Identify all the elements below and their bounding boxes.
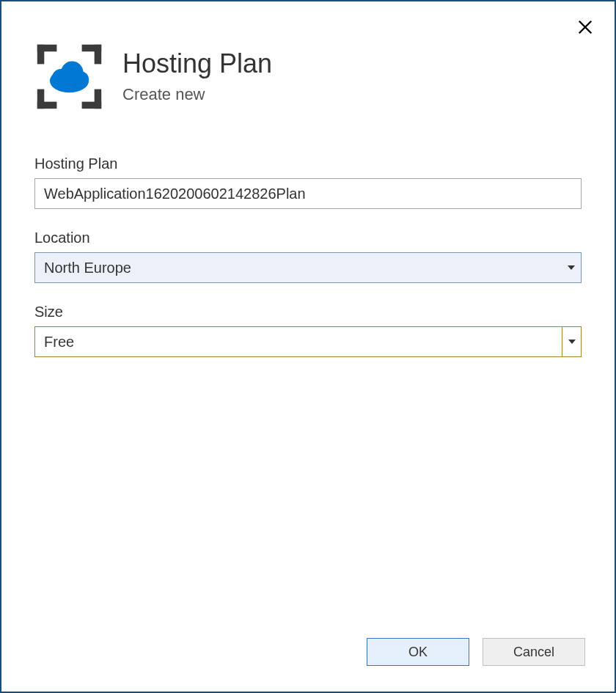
- location-value: North Europe: [35, 253, 562, 282]
- size-select[interactable]: Free: [34, 326, 582, 357]
- hosting-plan-input[interactable]: [34, 178, 582, 209]
- dialog-title: Hosting Plan: [122, 49, 272, 78]
- location-group: Location North Europe: [34, 230, 582, 283]
- size-value: Free: [35, 327, 562, 356]
- close-button[interactable]: [574, 16, 596, 38]
- svg-rect-5: [95, 45, 102, 65]
- size-group: Size Free: [34, 304, 582, 357]
- hosting-plan-icon: [34, 42, 104, 111]
- chevron-down-icon: [568, 265, 575, 270]
- location-label: Location: [34, 230, 582, 246]
- svg-rect-3: [37, 45, 45, 65]
- dialog-footer: OK Cancel: [1, 638, 615, 692]
- dialog-subtitle: Create new: [122, 85, 272, 104]
- size-label: Size: [34, 304, 582, 320]
- location-select[interactable]: North Europe: [34, 252, 582, 283]
- hosting-plan-group: Hosting Plan: [34, 155, 582, 209]
- svg-point-13: [72, 71, 89, 88]
- form-area: Hosting Plan Location North Europe Size …: [1, 133, 615, 638]
- dialog-header: Hosting Plan Create new: [1, 1, 615, 133]
- chevron-down-icon: [568, 340, 576, 344]
- ok-button[interactable]: OK: [367, 638, 469, 666]
- header-text: Hosting Plan Create new: [122, 49, 272, 105]
- svg-rect-9: [95, 89, 102, 109]
- location-dropdown-button[interactable]: [562, 253, 581, 282]
- close-icon: [577, 19, 593, 35]
- svg-point-12: [52, 69, 70, 87]
- hosting-plan-dialog: Hosting Plan Create new Hosting Plan Loc…: [0, 0, 616, 693]
- hosting-plan-label: Hosting Plan: [34, 155, 582, 172]
- size-dropdown-button[interactable]: [562, 327, 581, 356]
- svg-rect-7: [37, 89, 45, 109]
- cancel-button[interactable]: Cancel: [483, 638, 585, 666]
